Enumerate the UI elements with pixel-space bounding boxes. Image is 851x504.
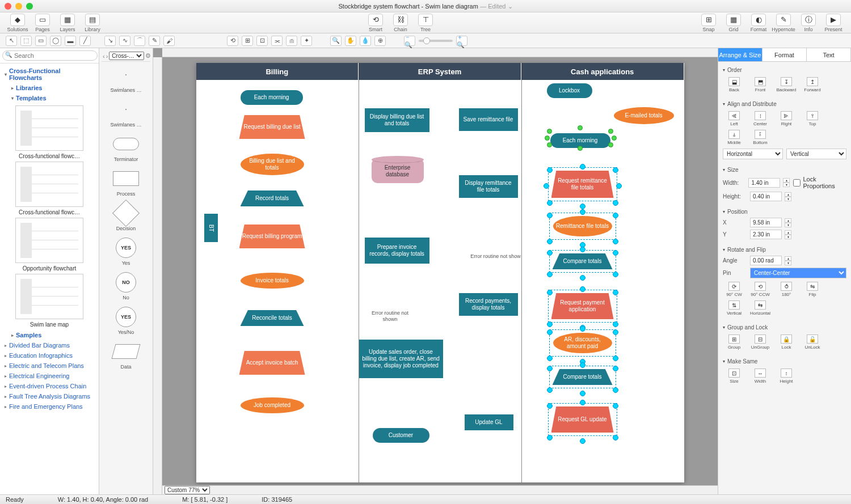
section-same[interactable]: Make Same [723, 357, 846, 366]
center-button[interactable]: ⫶Center [749, 111, 772, 126]
section-group[interactable]: Group and Lock [723, 323, 846, 332]
backward-button[interactable]: ↧Backward [775, 77, 798, 92]
selection-handle[interactable] [613, 290, 618, 295]
node-billing-due-totals[interactable]: Billing due list and totals [241, 154, 304, 175]
hypernote-button[interactable]: ✎Hypernote [772, 14, 795, 32]
horizontal-button[interactable]: ⇆Horizontal [749, 300, 772, 316]
template-thumb[interactable]: Swim lane map [10, 274, 89, 328]
line-tool-icon[interactable]: ╱ [79, 36, 91, 46]
selection-handle[interactable] [613, 321, 618, 327]
unlock-button[interactable]: 🔓UnLock [801, 334, 824, 350]
align-tool-icon[interactable]: ⊞ [242, 36, 253, 46]
node-lockbox[interactable]: Lockbox [547, 83, 592, 98]
stepper-up-icon[interactable]: ▴ [783, 178, 790, 183]
y-input[interactable] [750, 230, 782, 239]
selection-handle[interactable] [547, 167, 553, 173]
node-customer[interactable]: Customer [373, 428, 429, 443]
diagram-page[interactable]: Billing ERP System Cash applications Eac… [196, 63, 684, 482]
selection-handle[interactable] [547, 290, 553, 295]
pen-tool-icon[interactable]: ✎ [149, 36, 160, 46]
zoom-tool-icon[interactable]: 🔍 [330, 36, 342, 46]
selection-handle[interactable] [547, 366, 553, 371]
lane-header-cash[interactable]: Cash applications [521, 63, 684, 80]
selection-handle[interactable] [580, 275, 585, 281]
magic-tool-icon[interactable]: ✦ [301, 36, 312, 46]
180--button[interactable]: ⥀180° [775, 282, 798, 297]
height-input[interactable] [750, 192, 782, 201]
zoom-slider[interactable] [419, 40, 453, 42]
width-input[interactable] [748, 178, 780, 188]
selection-handle[interactable] [547, 239, 553, 244]
tree-item[interactable]: Divided Bar Diagrams [2, 340, 96, 350]
brush-tool-icon[interactable]: 🖌 [163, 36, 175, 46]
node-save-remit[interactable]: Save remittance file [459, 108, 518, 131]
format-button[interactable]: ◐Format [747, 14, 770, 32]
node-record-payments[interactable]: Record payments, display totals [459, 293, 518, 316]
tab-format[interactable]: Format [762, 48, 807, 61]
selection-handle[interactable] [547, 272, 553, 277]
template-thumb[interactable]: Opportunity flowchart [10, 218, 89, 272]
size-button[interactable]: ⊡Size [723, 369, 745, 384]
template-thumb[interactable]: Cross-functional flowc… [10, 162, 89, 215]
shape-swimlanes-[interactable]: Swimlanes … [102, 99, 150, 128]
tree-item[interactable]: Event-driven Process Chain [2, 381, 96, 391]
template-thumb[interactable]: Cross-functional flowc… [10, 105, 89, 159]
canvas-scroll[interactable]: Billing ERP System Cash applications Eac… [162, 57, 718, 485]
section-order[interactable]: Order [723, 65, 846, 75]
eyedropper-icon[interactable]: 💧 [360, 36, 371, 46]
select-tool-icon[interactable]: ⬚ [20, 36, 32, 46]
group-tool-icon[interactable]: ⫘ [271, 36, 283, 46]
selection-handle[interactable] [613, 329, 618, 335]
node-req-billing-due[interactable]: Request billing due list [239, 115, 305, 139]
rect-tool-icon[interactable]: ▭ [35, 36, 47, 46]
shape-process[interactable]: Process [102, 168, 150, 197]
shape-yes[interactable]: YESYes [102, 237, 150, 266]
x-input[interactable] [750, 218, 782, 227]
tree-item[interactable]: Electric and Telecom Plans [2, 361, 96, 371]
node-accept-batch[interactable]: Accept invoice batch [239, 351, 305, 375]
arc-tool-icon[interactable]: ⌒ [134, 36, 145, 46]
node-invoice-totals[interactable]: Invoice totals [241, 273, 304, 289]
zoom-in-icon[interactable]: ＋🔍 [456, 36, 467, 46]
grid-button[interactable]: ▦Grid [722, 14, 745, 32]
node-prepare-invoice[interactable]: Prepare invoice records, display totals [365, 238, 429, 264]
search-input[interactable] [2, 50, 98, 61]
lock-proportions-checkbox[interactable] [793, 179, 801, 187]
width-button[interactable]: ↔Width [749, 369, 772, 384]
shape-decision[interactable]: Decision [102, 202, 150, 231]
angle-input[interactable] [750, 256, 782, 265]
shape-yes-no[interactable]: YESYes/No [102, 306, 150, 335]
node-display-remit[interactable]: Display remittance file totals [459, 175, 518, 198]
tree-item[interactable]: Fault Tree Analysis Diagrams [2, 391, 96, 401]
selection-handle[interactable] [613, 213, 618, 218]
library-button[interactable]: ▤Library [81, 14, 104, 32]
tab-text[interactable]: Text [807, 48, 851, 61]
selection-handle[interactable] [580, 204, 585, 209]
distribute-v-select[interactable]: Vertical [786, 149, 846, 159]
selection-handle[interactable] [613, 167, 618, 173]
middle-button[interactable]: ⫰Middle [723, 130, 745, 145]
selection-handle[interactable] [580, 247, 585, 252]
distribute-h-select[interactable]: Horizontal [723, 149, 783, 159]
connector-tool-icon[interactable]: ↘ [104, 36, 116, 46]
section-position[interactable]: Position [723, 207, 846, 217]
prev-lib-icon[interactable]: ‹ [103, 53, 105, 60]
node-record-totals[interactable]: Record totals [241, 190, 304, 206]
shape-no[interactable]: NONo [102, 272, 150, 300]
node-emailed[interactable]: E-mailed totals [614, 107, 674, 124]
shape-terminator[interactable]: Terminator [102, 133, 150, 162]
forward-button[interactable]: ↥Forward [801, 77, 824, 92]
tree-item[interactable]: Education Infographics [2, 350, 96, 361]
node-update-gl[interactable]: Update GL [465, 414, 513, 430]
bottom-button[interactable]: ⫱Bottom [749, 130, 772, 145]
solutions-button[interactable]: ◆Solutions [6, 14, 30, 32]
shape-data[interactable]: Data [102, 341, 150, 370]
pages-button[interactable]: ▭Pages [31, 14, 54, 32]
curve-tool-icon[interactable]: ∿ [119, 36, 130, 46]
selection-handle[interactable] [547, 200, 553, 206]
zoom-out-icon[interactable]: －🔍 [404, 36, 415, 46]
section-rotate[interactable]: Rotate and Flip [723, 245, 846, 255]
selection-handle[interactable] [613, 435, 618, 441]
tree-root[interactable]: Cross-Functional Flowcharts [2, 66, 96, 83]
selection-handle[interactable] [547, 213, 553, 218]
